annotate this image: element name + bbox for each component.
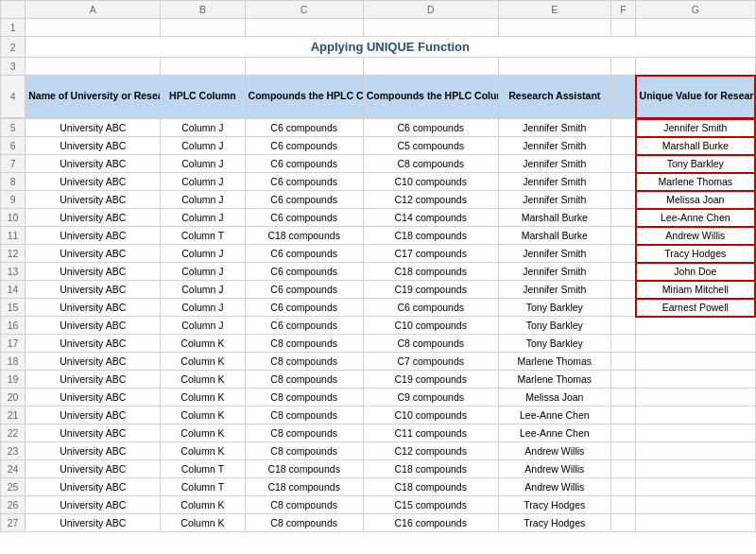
table-row: 9University ABCColumn JC6 compoundsC12 c…	[1, 191, 756, 209]
cell-e-22: C16 compounds	[363, 514, 498, 532]
cell-c-8: Column J	[161, 263, 245, 281]
cell-c-19: Column T	[161, 460, 245, 478]
cell-c-6: Column T	[161, 227, 245, 245]
cell-h-5: Lee-Anne Chen	[636, 209, 755, 227]
cell-f-15: Melissa Joan	[498, 389, 610, 407]
rownum-5: 5	[1, 119, 26, 137]
cell-b-6: University ABC	[26, 227, 161, 245]
rownum-17: 17	[1, 335, 26, 353]
row-1: 1	[1, 19, 756, 37]
header-hplc: HPLC Column	[161, 76, 245, 118]
table-row: 23University ABCColumn KC8 compoundsC12 …	[1, 442, 756, 460]
cell-b-8: University ABC	[26, 263, 161, 281]
cell-f-0: Jennifer Smith	[498, 119, 610, 137]
cell-e-15: C9 compounds	[363, 389, 498, 407]
rownum-14: 14	[1, 281, 26, 299]
cell-b-22: University ABC	[26, 514, 161, 532]
rownum-23: 23	[1, 442, 26, 460]
cell-g-17	[610, 424, 635, 442]
cell-e-5: C14 compounds	[363, 209, 498, 227]
cell-b-18: University ABC	[26, 442, 161, 460]
cell-g-9	[610, 281, 635, 299]
header-detect-supplier: Compounds the HPLC Column can Detect (Su…	[245, 76, 363, 118]
cell-f-19: Andrew Willis	[498, 460, 610, 478]
cell-e-6: C18 compounds	[363, 227, 498, 245]
cell-b-4: University ABC	[26, 191, 161, 209]
cell-e-18: C12 compounds	[363, 442, 498, 460]
sheet-title: Applying UNIQUE Function	[26, 37, 755, 58]
cell-b-0: University ABC	[26, 119, 161, 137]
cell-d-0: C6 compounds	[245, 119, 363, 137]
cell-f-1: Jennifer Smith	[498, 137, 610, 155]
table-row: 27University ABCColumn KC8 compoundsC16 …	[1, 514, 756, 532]
cell-d-17: C8 compounds	[245, 424, 363, 442]
cell-d-11: C6 compounds	[245, 317, 363, 335]
cell-f-11: Tony Barkley	[498, 317, 610, 335]
cell-g-2	[610, 155, 635, 173]
cell-b-5: University ABC	[26, 209, 161, 227]
cell-g-4	[610, 191, 635, 209]
rownum-22: 22	[1, 424, 26, 442]
col-label-d: D	[363, 1, 498, 19]
rownum-9: 9	[1, 191, 26, 209]
cell-e-17: C11 compounds	[363, 424, 498, 442]
cell-d-15: C8 compounds	[245, 389, 363, 407]
table-row: 15University ABCColumn JC6 compoundsC6 c…	[1, 299, 756, 317]
cell-b-10: University ABC	[26, 299, 161, 317]
cell-g-20	[610, 478, 635, 496]
cell-b-9: University ABC	[26, 281, 161, 299]
table-row: 7University ABCColumn JC6 compoundsC8 co…	[1, 155, 756, 173]
cell-h-18	[636, 442, 755, 460]
cell-c-16: Column K	[161, 407, 245, 424]
cell-d-22: C8 compounds	[245, 514, 363, 532]
table-row: 19University ABCColumn KC8 compoundsC19 …	[1, 371, 756, 389]
col-label-c: C	[245, 1, 363, 19]
cell-f-9: Jennifer Smith	[498, 281, 610, 299]
table-row: 22University ABCColumn KC8 compoundsC11 …	[1, 424, 756, 442]
cell-g-19	[610, 460, 635, 478]
rownum-13: 13	[1, 263, 26, 281]
cell-c-18: Column K	[161, 442, 245, 460]
cell-c-1: Column J	[161, 137, 245, 155]
cell-d-2: C6 compounds	[245, 155, 363, 173]
sheet-table: A B C D E F G 1 2 Applying UNIQUE Functi…	[0, 0, 756, 119]
cell-g-14	[610, 371, 635, 389]
cell-b-3: University ABC	[26, 173, 161, 191]
cell-d-3: C6 compounds	[245, 173, 363, 191]
cell-g-1	[610, 137, 635, 155]
cell-h-1: Marshall Burke	[636, 137, 755, 155]
cell-f-3: Jennifer Smith	[498, 173, 610, 191]
rownum-27: 27	[1, 514, 26, 532]
cell-g-0	[610, 119, 635, 137]
cell-c-13: Column K	[161, 353, 245, 371]
cell-e-14: C19 compounds	[363, 371, 498, 389]
cell-h-15	[636, 389, 755, 407]
table-row: 5University ABCColumn JC6 compoundsC6 co…	[1, 119, 756, 137]
cell-h-22	[636, 514, 755, 532]
header-unique: Unique Value for Research Assistant	[636, 76, 755, 118]
cell-f-5: Marshall Burke	[498, 209, 610, 227]
cell-b-11: University ABC	[26, 317, 161, 335]
cell-c-22: Column K	[161, 514, 245, 532]
cell-c-10: Column J	[161, 299, 245, 317]
cell-b-2: University ABC	[26, 155, 161, 173]
cell-b-1: University ABC	[26, 137, 161, 155]
cell-g-16	[610, 407, 635, 424]
cell-b-15: University ABC	[26, 389, 161, 407]
cell-f-6: Marshall Burke	[498, 227, 610, 245]
cell-c-14: Column K	[161, 371, 245, 389]
cell-h-2: Tony Barkley	[636, 155, 755, 173]
cell-d-18: C8 compounds	[245, 442, 363, 460]
cell-f-21: Tracy Hodges	[498, 496, 610, 514]
cell-c-7: Column J	[161, 245, 245, 263]
table-row: 24University ABCColumn TC18 compoundsC18…	[1, 460, 756, 478]
cell-f-10: Tony Barkley	[498, 299, 610, 317]
header-g-empty	[610, 76, 635, 118]
cell-e-11: C10 compounds	[363, 317, 498, 335]
cell-b-13: University ABC	[26, 353, 161, 371]
cell-f-8: Jennifer Smith	[498, 263, 610, 281]
cell-d-7: C6 compounds	[245, 245, 363, 263]
cell-f-14: Marlene Thomas	[498, 371, 610, 389]
cell-b-7: University ABC	[26, 245, 161, 263]
cell-e-19: C18 compounds	[363, 460, 498, 478]
